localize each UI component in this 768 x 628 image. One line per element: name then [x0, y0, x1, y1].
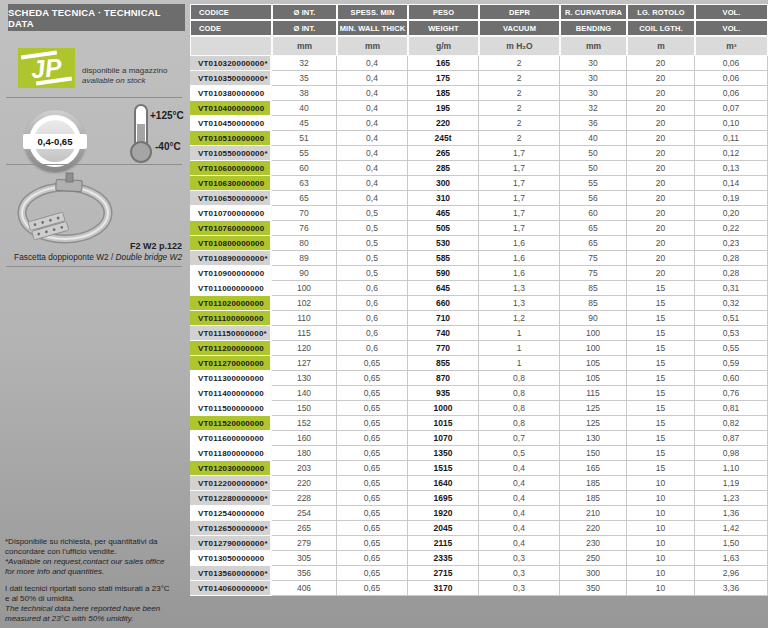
value-cell: 20 [627, 146, 695, 161]
value-cell: 35 [272, 71, 337, 86]
divider [6, 97, 182, 98]
value-cell: 645 [408, 281, 479, 296]
value-cell: 0,65 [337, 386, 408, 401]
code-cell: VT011520000000 [190, 416, 272, 431]
code-cell: VT012540000000 [190, 506, 272, 521]
value-cell: 2 [479, 86, 560, 101]
value-cell: 15 [627, 461, 695, 476]
value-cell: 0,65 [337, 431, 408, 446]
value-cell: 210 [560, 506, 627, 521]
value-cell: 0,6 [337, 311, 408, 326]
value-cell: 40 [560, 131, 627, 146]
value-cell: 15 [627, 311, 695, 326]
value-cell: 0,4 [479, 521, 560, 536]
value-cell: 85 [560, 281, 627, 296]
value-cell: 285 [408, 161, 479, 176]
value-cell: 0,22 [695, 221, 768, 236]
value-cell: 185 [560, 491, 627, 506]
value-cell: 195 [408, 101, 479, 116]
footnote-request-en: *Available on request,contact our sales … [5, 557, 187, 577]
value-cell: 0,8 [479, 386, 560, 401]
value-cell: 0,65 [337, 551, 408, 566]
unit-cell: g/m [408, 36, 479, 56]
value-cell: 1000 [408, 401, 479, 416]
value-cell: 3170 [408, 581, 479, 596]
divider [6, 164, 182, 165]
value-cell: 20 [627, 176, 695, 191]
header-cell: SPESS. MIN [337, 4, 408, 20]
value-cell: 15 [627, 296, 695, 311]
temp-min-label: -40°C [155, 141, 181, 152]
value-cell: 1515 [408, 461, 479, 476]
header-cell: CODE [190, 20, 272, 36]
code-cell: VT011600000000 [190, 431, 272, 446]
value-cell: 0,65 [337, 416, 408, 431]
badge-value: 0,4-0,65 [23, 134, 87, 149]
code-cell: VT011500000000 [190, 401, 272, 416]
value-cell: 76 [272, 221, 337, 236]
value-cell: 150 [272, 401, 337, 416]
value-cell: 50 [560, 161, 627, 176]
value-cell: 56 [560, 191, 627, 206]
value-cell: 125 [560, 401, 627, 416]
value-cell: 15 [627, 326, 695, 341]
code-cell: VT010890000000* [190, 251, 272, 266]
code-cell: VT011200000000 [190, 341, 272, 356]
header-cell: WEIGHT [408, 20, 479, 36]
value-cell: 265 [408, 146, 479, 161]
value-cell: 0,65 [337, 521, 408, 536]
value-cell: 0,65 [337, 566, 408, 581]
value-cell: 245t [408, 131, 479, 146]
wall-thickness-badge: 0,4-0,65 [24, 110, 86, 172]
unit-cell: mm [272, 36, 337, 56]
value-cell: 1,6 [479, 236, 560, 251]
value-cell: 0,4 [479, 461, 560, 476]
code-cell: VT010400000000 [190, 101, 272, 116]
code-cell: VT011150000000* [190, 326, 272, 341]
code-cell: VT010350000000* [190, 71, 272, 86]
value-cell: 65 [272, 191, 337, 206]
value-cell: 1,6 [479, 266, 560, 281]
value-cell: 1 [479, 356, 560, 371]
value-cell: 2045 [408, 521, 479, 536]
code-cell: VT012650000000* [190, 521, 272, 536]
value-cell: 90 [560, 311, 627, 326]
value-cell: 1,7 [479, 176, 560, 191]
footnote-request-it: *Disponibile su richiesta, per quantitat… [5, 537, 187, 557]
value-cell: 100 [272, 281, 337, 296]
divider [6, 266, 182, 267]
value-cell: 1,2 [479, 311, 560, 326]
code-cell: VT013560000000* [190, 566, 272, 581]
value-cell: 30 [560, 71, 627, 86]
header-cell: BENDING [560, 20, 627, 36]
value-cell: 32 [272, 56, 337, 71]
header-cell: CODICE [190, 4, 272, 20]
value-cell: 1,3 [479, 296, 560, 311]
value-cell: 1 [479, 341, 560, 356]
code-cell: VT010800000000 [190, 236, 272, 251]
value-cell: 15 [627, 371, 695, 386]
value-cell: 0,65 [337, 461, 408, 476]
value-cell: 0,6 [337, 296, 408, 311]
code-cell: VT010630000000 [190, 176, 272, 191]
unit-cell: m H₂O [479, 36, 560, 56]
value-cell: 150 [560, 446, 627, 461]
value-cell: 0,87 [695, 431, 768, 446]
value-cell: 310 [408, 191, 479, 206]
value-cell: 55 [560, 176, 627, 191]
value-cell: 0,4 [479, 491, 560, 506]
value-cell: 15 [627, 401, 695, 416]
value-cell: 125 [560, 416, 627, 431]
value-cell: 1350 [408, 446, 479, 461]
value-cell: 0,65 [337, 476, 408, 491]
value-cell: 0,4 [337, 161, 408, 176]
value-cell: 15 [627, 446, 695, 461]
code-cell: VT012280000000* [190, 491, 272, 506]
value-cell: 1,6 [479, 251, 560, 266]
value-cell: 110 [272, 311, 337, 326]
thermometer-bulb [130, 141, 152, 163]
value-cell: 0,4 [337, 131, 408, 146]
value-cell: 10 [627, 551, 695, 566]
temp-max-label: +125°C [150, 110, 184, 121]
code-cell: VT010600000000 [190, 161, 272, 176]
